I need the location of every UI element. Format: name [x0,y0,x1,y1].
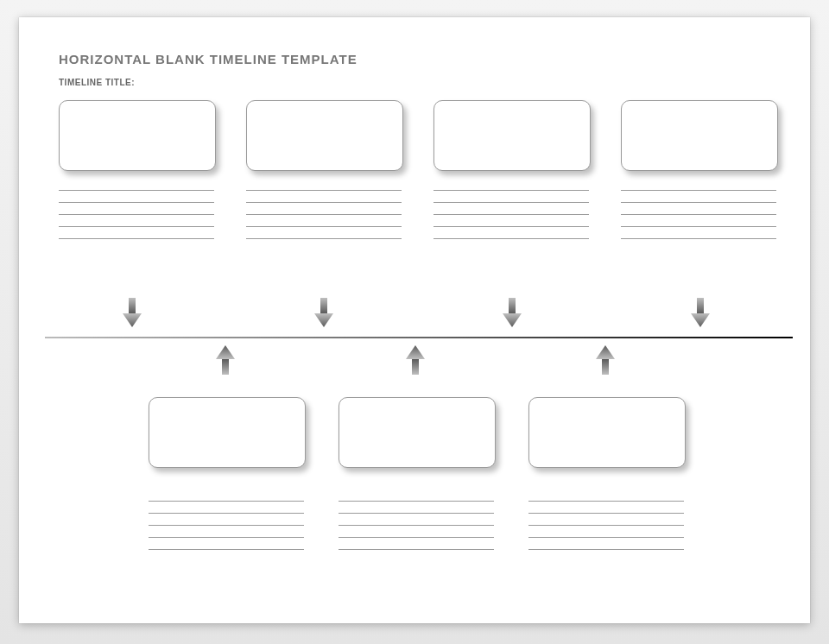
svg-marker-10 [406,345,425,359]
event-box-bottom-3[interactable] [528,397,686,468]
event-box-top-3[interactable] [433,100,591,171]
page-background: HORIZONTAL BLANK TIMELINE TEMPLATE TIMEL… [0,0,829,644]
event-notes-top-1[interactable] [59,190,214,250]
arrow-up-icon [216,345,235,375]
event-notes-top-4[interactable] [621,190,776,250]
svg-marker-12 [596,345,615,359]
svg-rect-2 [320,298,327,313]
event-box-bottom-2[interactable] [339,397,496,468]
arrow-up-icon [406,345,425,375]
arrow-down-icon [314,298,333,327]
svg-rect-11 [412,359,419,375]
svg-marker-5 [503,313,522,327]
event-box-top-2[interactable] [246,100,403,171]
arrow-down-icon [503,298,522,327]
event-notes-bottom-2[interactable] [339,501,494,561]
arrow-down-icon [691,298,710,327]
svg-rect-9 [222,359,229,375]
event-box-top-1[interactable] [59,100,216,171]
svg-rect-13 [602,359,609,375]
arrow-up-icon [596,345,615,375]
template-title: HORIZONTAL BLANK TIMELINE TEMPLATE [59,52,358,66]
timeline-axis [45,337,793,338]
timeline-title-label: TIMELINE TITLE: [59,78,135,87]
svg-marker-7 [691,313,710,327]
svg-rect-6 [697,298,704,313]
svg-rect-4 [509,298,516,313]
template-sheet: HORIZONTAL BLANK TIMELINE TEMPLATE TIMEL… [19,17,810,623]
event-notes-bottom-3[interactable] [528,501,684,561]
svg-marker-3 [314,313,333,327]
event-notes-top-2[interactable] [246,190,402,250]
event-box-top-4[interactable] [621,100,778,171]
event-notes-top-3[interactable] [433,190,589,250]
svg-rect-0 [129,298,136,313]
svg-marker-1 [123,313,142,327]
event-box-bottom-1[interactable] [149,397,306,468]
event-notes-bottom-1[interactable] [149,501,304,561]
svg-marker-8 [216,345,235,359]
arrow-down-icon [123,298,142,327]
